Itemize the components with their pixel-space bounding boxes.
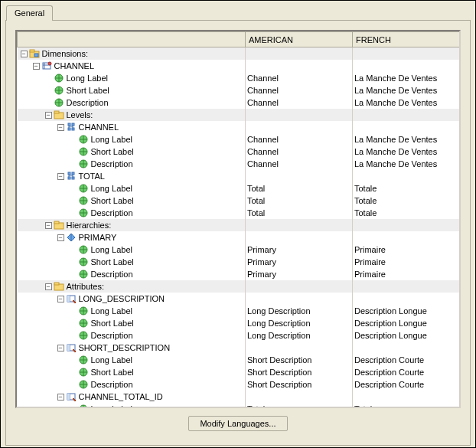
tree-cell[interactable]: −Attributes: <box>18 280 246 293</box>
american-cell[interactable] <box>246 60 353 72</box>
american-cell[interactable] <box>246 121 353 133</box>
col-header-tree[interactable] <box>18 32 246 47</box>
tree-cell[interactable]: Short Label <box>18 146 246 158</box>
tree-cell[interactable]: −Dimensions: <box>18 47 246 60</box>
tree-row[interactable]: Short LabelTotalTotale <box>18 195 460 207</box>
tree-row[interactable]: Short LabelShort DescriptionDescription … <box>18 366 460 378</box>
american-cell[interactable]: Long Description <box>246 305 353 317</box>
tree-row[interactable]: Long LabelPrimaryPrimaire <box>18 244 460 256</box>
tree-cell[interactable]: Long Label <box>18 244 246 256</box>
french-cell[interactable]: Description Courte <box>353 366 460 378</box>
tree-cell[interactable]: Short Label <box>18 366 246 378</box>
american-cell[interactable]: Channel <box>246 146 353 158</box>
american-cell[interactable]: Total <box>246 195 353 207</box>
tab-general[interactable]: General <box>6 5 53 21</box>
collapse-toggle-icon[interactable]: − <box>45 112 52 119</box>
american-cell[interactable] <box>246 342 353 354</box>
collapse-toggle-icon[interactable]: − <box>57 234 64 241</box>
french-cell[interactable] <box>353 121 460 133</box>
french-cell[interactable]: La Manche De Ventes <box>353 158 460 170</box>
american-cell[interactable] <box>246 231 353 244</box>
tree-cell[interactable]: Long Label <box>18 305 246 317</box>
tree-cell[interactable]: Description <box>18 268 246 280</box>
french-cell[interactable]: Description Longue <box>353 305 460 317</box>
collapse-toggle-icon[interactable]: − <box>57 124 64 131</box>
french-cell[interactable] <box>353 391 460 403</box>
tree-cell[interactable]: Short Label <box>18 256 246 268</box>
tree-row[interactable]: Long LabelTotalTotale <box>18 403 460 408</box>
french-cell[interactable] <box>353 47 460 60</box>
french-cell[interactable] <box>353 219 460 231</box>
american-cell[interactable]: Channel <box>246 133 353 146</box>
tree-row[interactable]: −Levels: <box>18 109 460 121</box>
collapse-toggle-icon[interactable]: − <box>45 283 52 290</box>
tree-row[interactable]: Long LabelLong DescriptionDescription Lo… <box>18 305 460 317</box>
american-cell[interactable] <box>246 47 353 60</box>
tree-cell[interactable]: −Hierarchies: <box>18 219 246 231</box>
french-cell[interactable]: Description Courte <box>353 354 460 366</box>
american-cell[interactable] <box>246 109 353 121</box>
american-cell[interactable]: Total <box>246 207 353 219</box>
tree-cell[interactable]: −CHANNEL_TOTAL_ID <box>18 391 246 403</box>
french-cell[interactable]: Totale <box>353 403 460 408</box>
tree-row[interactable]: −PRIMARY <box>18 231 460 244</box>
col-header-american[interactable]: AMERICAN <box>246 32 353 47</box>
tree-cell[interactable]: Short Label <box>18 84 246 96</box>
american-cell[interactable]: Channel <box>246 158 353 170</box>
collapse-toggle-icon[interactable]: − <box>57 173 64 180</box>
col-header-french[interactable]: FRENCH <box>353 32 460 47</box>
american-cell[interactable]: Primary <box>246 256 353 268</box>
tree-cell[interactable]: −CHANNEL <box>18 121 246 133</box>
french-cell[interactable]: Totale <box>353 182 460 195</box>
tree-row[interactable]: −LONG_DESCRIPTION <box>18 293 460 305</box>
tree-cell[interactable]: Long Label <box>18 182 246 195</box>
tree-row[interactable]: Short LabelChannelLa Manche De Ventes <box>18 84 460 96</box>
american-cell[interactable]: Channel <box>246 72 353 84</box>
tree-cell[interactable]: Description <box>18 378 246 391</box>
tree-row[interactable]: Long LabelChannelLa Manche De Ventes <box>18 133 460 146</box>
modify-languages-button[interactable]: Modify Languages... <box>188 416 287 431</box>
french-cell[interactable]: Primaire <box>353 256 460 268</box>
tree-row[interactable]: −CHANNEL_TOTAL_ID <box>18 391 460 403</box>
collapse-toggle-icon[interactable]: − <box>57 296 64 302</box>
american-cell[interactable]: Short Description <box>246 378 353 391</box>
tree-row[interactable]: −Attributes: <box>18 280 460 293</box>
american-cell[interactable] <box>246 170 353 182</box>
american-cell[interactable] <box>246 280 353 293</box>
tree-row[interactable]: DescriptionShort DescriptionDescription … <box>18 378 460 391</box>
tree-row[interactable]: −Hierarchies: <box>18 219 460 231</box>
tree-row[interactable]: −TOTAL <box>18 170 460 182</box>
tree-cell[interactable]: Long Label <box>18 72 246 84</box>
tree-cell[interactable]: Description <box>18 158 246 170</box>
french-cell[interactable]: Description Longue <box>353 317 460 329</box>
tree-row[interactable]: DescriptionChannelLa Manche De Ventes <box>18 96 460 109</box>
french-cell[interactable] <box>353 231 460 244</box>
collapse-toggle-icon[interactable]: − <box>33 63 40 70</box>
french-cell[interactable]: Primaire <box>353 244 460 256</box>
tree-cell[interactable]: Short Label <box>18 195 246 207</box>
tree-grid[interactable]: AMERICAN FRENCH −Dimensions:−CHANNELLong… <box>15 30 461 408</box>
american-cell[interactable]: Primary <box>246 244 353 256</box>
american-cell[interactable]: Long Description <box>246 329 353 342</box>
tree-row[interactable]: Long LabelChannelLa Manche De Ventes <box>18 72 460 84</box>
tree-row[interactable]: DescriptionLong DescriptionDescription L… <box>18 329 460 342</box>
tree-cell[interactable]: −CHANNEL <box>18 60 246 72</box>
french-cell[interactable]: La Manche De Ventes <box>353 133 460 146</box>
tree-row[interactable]: −CHANNEL <box>18 121 460 133</box>
french-cell[interactable]: Totale <box>353 207 460 219</box>
american-cell[interactable]: Short Description <box>246 366 353 378</box>
tree-row[interactable]: DescriptionPrimaryPrimaire <box>18 268 460 280</box>
french-cell[interactable]: Totale <box>353 195 460 207</box>
tree-cell[interactable]: −LONG_DESCRIPTION <box>18 293 246 305</box>
collapse-toggle-icon[interactable]: − <box>21 51 28 57</box>
french-cell[interactable] <box>353 60 460 72</box>
french-cell[interactable]: La Manche De Ventes <box>353 146 460 158</box>
american-cell[interactable]: Short Description <box>246 354 353 366</box>
tree-row[interactable]: Short LabelPrimaryPrimaire <box>18 256 460 268</box>
tree-row[interactable]: DescriptionTotalTotale <box>18 207 460 219</box>
tree-cell[interactable]: Long Label <box>18 133 246 146</box>
french-cell[interactable]: La Manche De Ventes <box>353 96 460 109</box>
tree-cell[interactable]: Description <box>18 96 246 109</box>
tree-row[interactable]: −SHORT_DESCRIPTION <box>18 342 460 354</box>
french-cell[interactable] <box>353 280 460 293</box>
